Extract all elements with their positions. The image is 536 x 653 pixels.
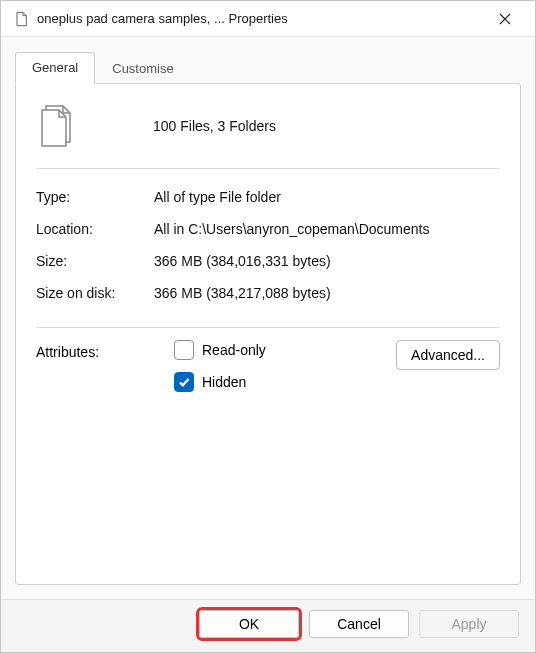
button-label: Advanced... bbox=[411, 347, 485, 363]
cancel-button[interactable]: Cancel bbox=[309, 610, 409, 638]
file-icon bbox=[13, 11, 29, 27]
row-size-on-disk: Size on disk: 366 MB (384,217,088 bytes) bbox=[36, 277, 500, 309]
advanced-wrap: Advanced... bbox=[396, 340, 500, 404]
checkbox-label-readonly: Read-only bbox=[202, 342, 266, 358]
tab-customise[interactable]: Customise bbox=[95, 53, 190, 84]
checkbox-hidden[interactable] bbox=[174, 372, 194, 392]
checkbox-row-readonly: Read-only bbox=[174, 340, 376, 360]
ok-button[interactable]: OK bbox=[199, 610, 299, 638]
tab-general[interactable]: General bbox=[15, 52, 95, 84]
button-label: Cancel bbox=[337, 616, 381, 632]
checkbox-readonly[interactable] bbox=[174, 340, 194, 360]
apply-button: Apply bbox=[419, 610, 519, 638]
divider bbox=[36, 168, 500, 169]
check-icon bbox=[177, 375, 191, 389]
button-label: Apply bbox=[451, 616, 486, 632]
close-icon bbox=[499, 13, 511, 25]
window-title: oneplus pad camera samples, ... Properti… bbox=[37, 11, 483, 26]
divider bbox=[36, 327, 500, 328]
attributes-controls: Read-only Hidden bbox=[174, 340, 376, 404]
tab-panel-general: 100 Files, 3 Folders Type: All of type F… bbox=[15, 83, 521, 585]
value-size: 366 MB (384,016,331 bytes) bbox=[154, 245, 500, 277]
label-type: Type: bbox=[36, 181, 154, 213]
row-size: Size: 366 MB (384,016,331 bytes) bbox=[36, 245, 500, 277]
files-stack-icon bbox=[36, 102, 80, 150]
value-type: All of type File folder bbox=[154, 181, 500, 213]
checkbox-label-hidden: Hidden bbox=[202, 374, 246, 390]
row-type: Type: All of type File folder bbox=[36, 181, 500, 213]
attributes-row: Attributes: Read-only Hidden A bbox=[36, 340, 500, 404]
tab-label: Customise bbox=[112, 61, 173, 76]
titlebar: oneplus pad camera samples, ... Properti… bbox=[1, 1, 535, 37]
summary-row: 100 Files, 3 Folders bbox=[36, 102, 500, 150]
label-location: Location: bbox=[36, 213, 154, 245]
summary-text: 100 Files, 3 Folders bbox=[108, 118, 276, 134]
button-label: OK bbox=[239, 616, 259, 632]
tab-label: General bbox=[32, 60, 78, 75]
advanced-button[interactable]: Advanced... bbox=[396, 340, 500, 370]
dialog-footer: OK Cancel Apply bbox=[1, 599, 535, 652]
properties-dialog: oneplus pad camera samples, ... Properti… bbox=[0, 0, 536, 653]
label-size: Size: bbox=[36, 245, 154, 277]
properties-table: Type: All of type File folder Location: … bbox=[36, 181, 500, 309]
checkbox-row-hidden: Hidden bbox=[174, 372, 376, 392]
close-button[interactable] bbox=[483, 4, 527, 34]
row-location: Location: All in C:\Users\anyron_copeman… bbox=[36, 213, 500, 245]
value-size-on-disk: 366 MB (384,217,088 bytes) bbox=[154, 277, 500, 309]
tab-strip: General Customise bbox=[1, 37, 535, 83]
label-size-on-disk: Size on disk: bbox=[36, 277, 154, 309]
label-attributes: Attributes: bbox=[36, 340, 154, 404]
value-location: All in C:\Users\anyron_copeman\Documents bbox=[154, 213, 500, 245]
